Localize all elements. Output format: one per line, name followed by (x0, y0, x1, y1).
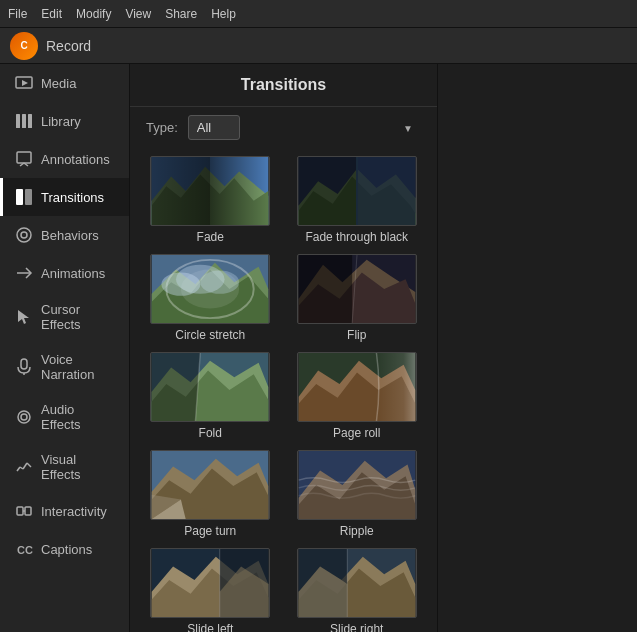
menu-edit[interactable]: Edit (41, 7, 62, 21)
page-turn-label: Page turn (184, 524, 236, 538)
svg-text:CC: CC (17, 544, 33, 556)
sidebar-label-animations: Animations (41, 266, 105, 281)
svg-rect-36 (357, 157, 415, 225)
transition-page-turn[interactable]: Page turn (142, 450, 279, 538)
sidebar-item-voice-narration[interactable]: Voice Narration (0, 342, 129, 392)
type-select[interactable]: All Fade Slide Zoom Wipe (188, 115, 240, 140)
main-area: Media Library Annotations Transitions (0, 64, 637, 632)
behaviors-icon (15, 226, 33, 244)
transition-ripple[interactable]: Ripple (289, 450, 426, 538)
type-select-wrapper: All Fade Slide Zoom Wipe ▼ (188, 115, 421, 140)
sidebar: Media Library Annotations Transitions (0, 64, 130, 632)
transition-fade[interactable]: Fade (142, 156, 279, 244)
sidebar-label-visual-effects: Visual Effects (41, 452, 117, 482)
sidebar-item-library[interactable]: Library (0, 102, 129, 140)
fold-label: Fold (199, 426, 222, 440)
logo-text: C (20, 40, 27, 51)
circle-stretch-label: Circle stretch (175, 328, 245, 342)
flip-thumbnail (297, 254, 417, 324)
transition-page-roll[interactable]: Page roll (289, 352, 426, 440)
svg-line-20 (23, 463, 27, 469)
transitions-icon (15, 188, 33, 206)
sidebar-item-audio-effects[interactable]: Audio Effects (0, 392, 129, 442)
svg-rect-31 (152, 157, 269, 225)
sidebar-label-behaviors: Behaviors (41, 228, 99, 243)
sidebar-item-interactivity[interactable]: Interactivity (0, 492, 129, 530)
transition-slide-left[interactable]: Slide left (142, 548, 279, 632)
sidebar-item-behaviors[interactable]: Behaviors (0, 216, 129, 254)
sidebar-label-interactivity: Interactivity (41, 504, 107, 519)
svg-point-45 (201, 271, 240, 294)
voice-icon (15, 358, 33, 376)
type-row: Type: All Fade Slide Zoom Wipe ▼ (130, 107, 437, 148)
transitions-panel: Transitions Type: All Fade Slide Zoom Wi… (130, 64, 437, 632)
sidebar-item-captions[interactable]: CC Captions (0, 530, 129, 568)
svg-marker-13 (18, 310, 29, 324)
circle-stretch-thumbnail (150, 254, 270, 324)
transition-fold[interactable]: Fold (142, 352, 279, 440)
sidebar-item-visual-effects[interactable]: Visual Effects (0, 442, 129, 492)
transition-fade-through-black[interactable]: Fade through black (289, 156, 426, 244)
sidebar-label-voice-narration: Voice Narration (41, 352, 117, 382)
fold-thumbnail (150, 352, 270, 422)
menubar: File Edit Modify View Share Help (0, 0, 637, 28)
svg-marker-1 (22, 80, 28, 86)
sidebar-label-library: Library (41, 114, 81, 129)
ripple-label: Ripple (340, 524, 374, 538)
sidebar-item-cursor-effects[interactable]: Cursor Effects (0, 292, 129, 342)
svg-rect-59 (376, 353, 415, 421)
svg-rect-22 (17, 507, 23, 515)
svg-rect-9 (25, 189, 32, 205)
slide-right-label: Slide right (330, 622, 383, 632)
toolbar-title: Record (46, 38, 91, 54)
sidebar-label-captions: Captions (41, 542, 92, 557)
visual-icon (15, 458, 33, 476)
page-roll-thumbnail (297, 352, 417, 422)
slide-right-thumbnail (297, 548, 417, 618)
menu-help[interactable]: Help (211, 7, 236, 21)
svg-line-21 (27, 463, 31, 467)
cursor-icon (15, 308, 33, 326)
chevron-down-icon: ▼ (403, 122, 413, 133)
animations-icon (15, 264, 33, 282)
sidebar-item-animations[interactable]: Animations (0, 254, 129, 292)
fade-label: Fade (197, 230, 224, 244)
sidebar-label-media: Media (41, 76, 76, 91)
menu-file[interactable]: File (8, 7, 27, 21)
svg-rect-49 (298, 255, 351, 323)
svg-rect-8 (16, 189, 23, 205)
page-roll-label: Page roll (333, 426, 380, 440)
menu-share[interactable]: Share (165, 7, 197, 21)
sidebar-item-annotations[interactable]: Annotations (0, 140, 129, 178)
svg-point-11 (17, 228, 31, 242)
toolbar: C Record (0, 28, 637, 64)
svg-rect-23 (25, 507, 31, 515)
svg-point-10 (21, 232, 27, 238)
ripple-thumbnail (297, 450, 417, 520)
audio-icon (15, 408, 33, 426)
library-icon (15, 112, 33, 130)
transitions-grid: Fade Fade through black (130, 148, 437, 632)
flip-label: Flip (347, 328, 366, 342)
sidebar-label-transitions: Transitions (41, 190, 104, 205)
sidebar-label-cursor-effects: Cursor Effects (41, 302, 117, 332)
svg-point-17 (21, 414, 27, 420)
sidebar-item-media[interactable]: Media (0, 64, 129, 102)
svg-line-19 (20, 467, 23, 469)
captions-icon: CC (15, 540, 33, 558)
sidebar-label-annotations: Annotations (41, 152, 110, 167)
fade-thumbnail (150, 156, 270, 226)
panel-title: Transitions (130, 64, 437, 107)
svg-rect-4 (28, 114, 32, 128)
svg-rect-3 (22, 114, 26, 128)
transition-flip[interactable]: Flip (289, 254, 426, 342)
menu-modify[interactable]: Modify (76, 7, 111, 21)
svg-rect-2 (16, 114, 20, 128)
transition-circle-stretch[interactable]: Circle stretch (142, 254, 279, 342)
svg-point-16 (18, 411, 30, 423)
sidebar-item-transitions[interactable]: Transitions (0, 178, 129, 216)
sidebar-label-audio-effects: Audio Effects (41, 402, 117, 432)
slide-left-label: Slide left (187, 622, 233, 632)
menu-view[interactable]: View (125, 7, 151, 21)
transition-slide-right[interactable]: Slide right (289, 548, 426, 632)
